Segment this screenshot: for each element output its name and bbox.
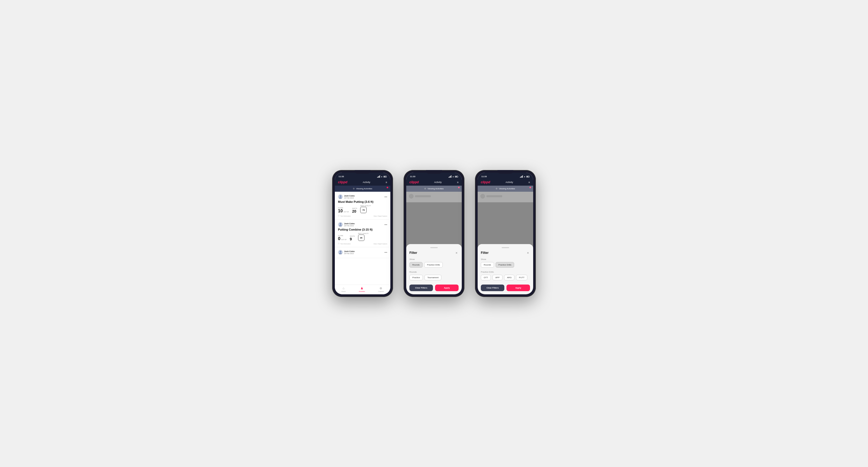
score-big-2: 0: [338, 237, 340, 241]
signal-bar-3: [379, 176, 379, 178]
stat-score-1: Score 10 OUT OF: [338, 207, 349, 213]
show-label-1: Show: [409, 258, 459, 260]
phone-3: 11:33 ▲ clippd Activity: [475, 170, 536, 297]
wifi-icon-2: ▲: [452, 176, 454, 178]
sb2-3: [521, 176, 521, 178]
signal-bars-2: [448, 175, 452, 178]
stat-quality-2: Shot Quality 45: [358, 233, 369, 241]
signal-bar-1: [377, 177, 378, 178]
battery-fill-3: [527, 176, 528, 177]
avatar-body-3: [339, 253, 342, 254]
quality-badge-2: 45: [358, 235, 365, 241]
sb2: [450, 176, 450, 178]
nav-activities-1[interactable]: ♟ Activities: [359, 286, 365, 292]
practice-round-btn-1[interactable]: Practice: [409, 275, 423, 280]
app-header-1: clippd Activity ≡: [335, 179, 390, 186]
practice-drills-btn-1[interactable]: Practice Drills: [424, 262, 443, 268]
card-header-3: Josh Coles 28 Feb 2023 •••: [338, 250, 387, 255]
viewing-banner-2[interactable]: ⚙ Viewing Activities: [406, 186, 462, 192]
nav-capture-label-1: Capture: [378, 291, 384, 292]
rounds-section-label-1: Rounds: [409, 271, 459, 273]
show-buttons-1: Rounds Practice Drills: [409, 262, 459, 268]
ott-btn[interactable]: OTT: [481, 275, 491, 280]
avatar-head-2: [340, 223, 341, 225]
logo-2: clippd: [409, 180, 418, 184]
nav-capture-1[interactable]: ⊕ Capture: [378, 286, 384, 292]
avatar-inner-3: [338, 250, 342, 254]
user-date-3: 28 Feb 2023: [344, 253, 355, 254]
activity-list: Josh Coles 28 Feb 2023 ••• Must Make Put…: [335, 192, 390, 284]
close-btn-2[interactable]: ✕: [526, 251, 530, 255]
filter-rounds-section-1: Rounds Practice Tournament: [409, 271, 459, 280]
notification-dot-1: [387, 187, 388, 188]
signal-bars-3: [520, 175, 523, 178]
shots-value-2: 9: [350, 237, 355, 241]
user-details-2: Josh Coles 28 Feb 2023: [344, 222, 355, 227]
user-info-3: Josh Coles 28 Feb 2023: [338, 250, 355, 255]
footer-right-2: Data: Clippd Capture: [374, 243, 387, 245]
filter-sheet-1: Filter ✕ Show Rounds Practice Drills Rou…: [406, 244, 462, 294]
menu-icon-2[interactable]: ≡: [457, 181, 459, 184]
header-title-1: Activity: [363, 181, 370, 184]
dimmed-content-2: Filter ✕ Show Rounds Practice Drills Rou…: [406, 192, 462, 294]
menu-icon-3[interactable]: ≡: [528, 181, 530, 184]
clear-filters-btn-2[interactable]: Clear Filters: [481, 284, 504, 291]
signal-bars-1: [377, 175, 380, 178]
activity-title-1: Must Make Putting (3-6 ft): [338, 200, 387, 204]
rounds-btn-1[interactable]: Rounds: [409, 262, 423, 268]
quality-label-2: Shot Quality: [358, 233, 369, 234]
drills-section-label-2: Practice Drills: [481, 271, 530, 273]
arg-btn[interactable]: ARG: [504, 275, 515, 280]
card-header-2: Josh Coles 28 Feb 2023 •••: [338, 222, 387, 227]
show-label-2: Show: [481, 258, 530, 260]
out-of-1: OUT OF: [344, 211, 349, 213]
notification-dot-3: [529, 187, 531, 188]
user-name-1: Josh Coles: [344, 195, 355, 197]
footer-info-1: ⓘ Test Information: [338, 215, 351, 217]
score-value-row-2: 0 OUT OF: [338, 237, 347, 241]
filter-header-1: Filter ✕: [409, 251, 459, 255]
user-name-2: Josh Coles: [344, 222, 355, 225]
screen-1: 11:33 ▲ clippd Activity: [335, 173, 390, 294]
sb4-3: [522, 175, 523, 178]
activity-card-2: Josh Coles 28 Feb 2023 ••• Putting Combi…: [335, 219, 390, 247]
apply-btn-2[interactable]: Apply: [506, 284, 530, 291]
screen-2: 11:33 ▲ clippd Activity: [406, 173, 462, 294]
rounds-btn-2[interactable]: Rounds: [481, 262, 494, 268]
filter-actions-2: Clear Filters Apply: [481, 284, 530, 291]
user-details-1: Josh Coles 28 Feb 2023: [344, 195, 355, 199]
banner-text-3: Viewing Activities: [499, 187, 515, 190]
more-btn-2[interactable]: •••: [384, 223, 387, 226]
filter-icon-2: ⚙: [424, 187, 426, 190]
viewing-banner-1[interactable]: ⚙ Viewing Activities: [335, 186, 390, 192]
header-title-2: Activity: [434, 181, 442, 184]
phones-container: 11:33 ▲ clippd Activity: [332, 170, 536, 297]
more-btn-3[interactable]: •••: [384, 251, 387, 254]
bottom-nav-1: ⌂ Home ♟ Activities ⊕ Capture: [335, 284, 390, 294]
shots-value-1: 20: [352, 210, 357, 213]
wifi-icon-1: ▲: [381, 176, 383, 178]
user-name-3: Josh Coles: [344, 250, 355, 253]
avatar-head-1: [340, 195, 341, 197]
tournament-btn-1[interactable]: Tournament: [425, 275, 441, 280]
viewing-banner-3[interactable]: ⚙ Viewing Activities: [478, 186, 533, 192]
status-icons-2: ▲: [448, 175, 458, 178]
phone-1: 11:33 ▲ clippd Activity: [332, 170, 393, 297]
clear-filters-btn-1[interactable]: Clear Filters: [409, 284, 433, 291]
dimmed-card-2: [406, 192, 462, 202]
putt-btn[interactable]: PUTT: [516, 275, 527, 280]
practice-drills-btn-2[interactable]: Practice Drills: [496, 262, 515, 268]
menu-icon-1[interactable]: ≡: [385, 181, 387, 184]
sheet-handle-2: [502, 247, 509, 248]
app-btn[interactable]: APP: [492, 275, 502, 280]
header-title-3: Activity: [505, 181, 513, 184]
card-footer-2: ⓘ Test Information Data: Clippd Capture: [338, 243, 387, 245]
footer-left-2: Test Information: [340, 243, 351, 245]
nav-home-1[interactable]: ⌂ Home: [341, 286, 346, 292]
user-info-1: Josh Coles 28 Feb 2023: [338, 194, 355, 199]
nav-activities-label-1: Activities: [359, 291, 365, 292]
filter-icon-3: ⚙: [496, 187, 497, 190]
more-btn-1[interactable]: •••: [384, 195, 387, 198]
close-btn-1[interactable]: ✕: [454, 251, 459, 255]
apply-btn-1[interactable]: Apply: [435, 284, 459, 291]
